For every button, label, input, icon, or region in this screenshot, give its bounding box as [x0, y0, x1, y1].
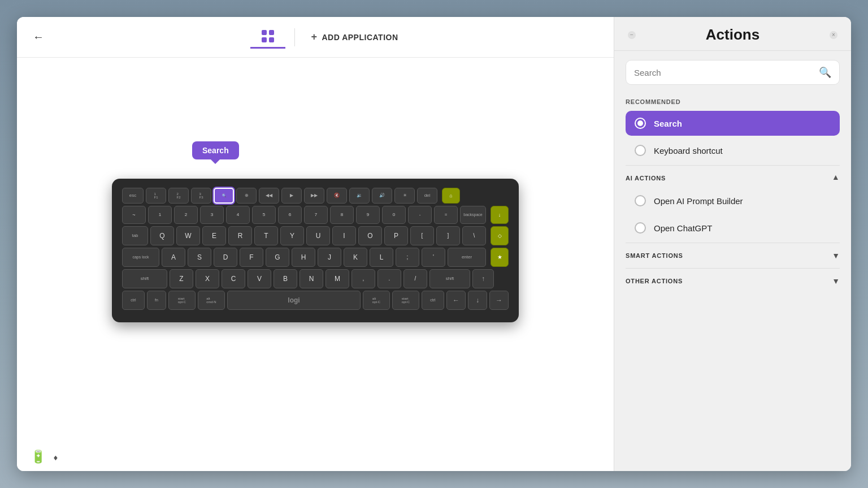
key-s[interactable]: S [188, 248, 211, 267]
key-f8[interactable]: ▶▶ [304, 188, 324, 204]
key-m[interactable]: M [326, 269, 349, 288]
key-del[interactable]: del [417, 188, 437, 204]
key-p[interactable]: P [384, 226, 408, 245]
key-enter[interactable]: enter [448, 248, 486, 267]
key-b[interactable]: B [274, 269, 297, 288]
key-0[interactable]: 0 [382, 206, 406, 224]
key-u[interactable]: U [306, 226, 330, 245]
key-y[interactable]: Y [280, 226, 304, 245]
key-g[interactable]: G [266, 248, 289, 267]
key-arrow-up[interactable]: ↑ [472, 269, 494, 288]
action-item-ai-prompt[interactable]: Open AI Prompt Builder [626, 188, 840, 213]
key-4[interactable]: 4 [226, 206, 250, 224]
caps-row: caps lock A S D F G H J K L ; ' enter ★ [122, 248, 509, 267]
key-f3[interactable]: 3F3 [191, 188, 211, 204]
key-6[interactable]: 6 [278, 206, 302, 224]
key-alt-r[interactable]: altopt·C [363, 291, 390, 310]
key-ctrl-r[interactable]: ctrl [422, 291, 444, 310]
key-bracket-r[interactable]: ] [436, 226, 460, 245]
key-t[interactable]: T [254, 226, 278, 245]
back-button[interactable]: ← [31, 28, 46, 46]
key-comma[interactable]: , [351, 269, 375, 288]
key-z[interactable]: Z [170, 269, 193, 288]
key-f6[interactable]: ◀◀ [259, 188, 279, 204]
key-f7[interactable]: ▶ [281, 188, 302, 204]
key-r[interactable]: R [228, 226, 252, 245]
key-w[interactable]: W [176, 226, 200, 245]
key-esc[interactable]: esc [122, 188, 144, 204]
key-j[interactable]: J [318, 248, 341, 267]
key-e[interactable]: E [202, 226, 226, 245]
apps-view-button[interactable] [250, 25, 285, 49]
key-start-r[interactable]: startopt·C [392, 291, 419, 310]
key-3[interactable]: 3 [200, 206, 224, 224]
key-start-l[interactable]: startopt·C [168, 291, 196, 310]
key-arrow-right[interactable]: → [489, 291, 509, 310]
key-k[interactable]: K [344, 248, 367, 267]
key-o[interactable]: O [358, 226, 382, 245]
key-pgdn[interactable]: ◇ [491, 226, 509, 245]
action-item-search[interactable]: Search [626, 111, 840, 136]
ai-actions-header[interactable]: AI ACTIONS ▼ [626, 165, 840, 188]
key-f5[interactable]: ⊕ [236, 188, 257, 204]
key-x[interactable]: X [196, 269, 219, 288]
key-backspace[interactable]: backspace [460, 206, 486, 224]
key-v[interactable]: V [248, 269, 271, 288]
key-q[interactable]: Q [150, 226, 174, 245]
key-shift-l[interactable]: shift [122, 269, 167, 288]
search-input[interactable] [634, 68, 819, 77]
key-f4-highlighted[interactable]: 🔍 [214, 188, 234, 204]
key-i[interactable]: I [332, 226, 356, 245]
key-shift-r[interactable]: shift [429, 269, 470, 288]
key-2[interactable]: 2 [174, 206, 198, 224]
key-9[interactable]: 9 [356, 206, 380, 224]
key-tooltip: Search [192, 141, 239, 159]
key-minus[interactable]: - [408, 206, 432, 224]
add-application-button[interactable]: + ADD APPLICATION [304, 27, 405, 47]
key-period[interactable]: . [377, 269, 401, 288]
key-slash[interactable]: / [403, 269, 427, 288]
key-5[interactable]: 5 [252, 206, 276, 224]
close-button[interactable]: × [830, 31, 837, 39]
key-f11[interactable]: 🔊 [372, 188, 392, 204]
key-space[interactable]: logi [227, 291, 361, 310]
key-tilde[interactable]: ~ [122, 206, 146, 224]
key-semi[interactable]: ; [396, 248, 419, 267]
search-icon-button[interactable]: 🔍 [819, 66, 831, 79]
other-actions-header[interactable]: OTHER ACTIONS ▼ [626, 268, 840, 291]
key-d[interactable]: D [214, 248, 237, 267]
key-ctrl-l[interactable]: ctrl [122, 291, 145, 310]
key-tab[interactable]: tab [122, 226, 148, 245]
key-f12[interactable]: ☀ [394, 188, 415, 204]
key-f9[interactable]: 🔇 [327, 188, 347, 204]
key-equals[interactable]: = [434, 206, 458, 224]
key-home[interactable]: ⌂ [442, 188, 460, 204]
key-f[interactable]: F [240, 248, 263, 267]
key-f1[interactable]: 1F1 [146, 188, 166, 204]
key-l[interactable]: L [370, 248, 393, 267]
key-arrow-down[interactable]: ↓ [468, 291, 487, 310]
key-n[interactable]: N [300, 269, 323, 288]
key-pgup[interactable]: ★ [491, 248, 509, 267]
window-controls-left: − [628, 31, 636, 39]
key-caps[interactable]: caps lock [122, 248, 159, 267]
minimize-button[interactable]: − [628, 31, 636, 39]
action-item-keyboard-shortcut[interactable]: Keyboard shortcut [626, 138, 840, 163]
key-8[interactable]: 8 [330, 206, 354, 224]
key-fn[interactable]: fn [147, 291, 166, 310]
key-7[interactable]: 7 [304, 206, 328, 224]
key-end[interactable]: ↓ [491, 206, 509, 224]
key-arrow-left[interactable]: ← [446, 291, 466, 310]
smart-actions-header[interactable]: SMART ACTIONS ▼ [626, 243, 840, 266]
key-c[interactable]: C [222, 269, 245, 288]
action-item-chatgpt[interactable]: Open ChatGPT [626, 215, 840, 240]
key-a[interactable]: A [162, 248, 185, 267]
key-h[interactable]: H [292, 248, 315, 267]
key-backslash[interactable]: \ [462, 226, 486, 245]
key-alt-l[interactable]: altcmd·N [198, 291, 225, 310]
key-1[interactable]: 1 [148, 206, 172, 224]
key-quote[interactable]: ' [422, 248, 445, 267]
key-f2[interactable]: 2F2 [168, 188, 189, 204]
key-f10[interactable]: 🔉 [349, 188, 370, 204]
key-bracket-l[interactable]: [ [410, 226, 434, 245]
